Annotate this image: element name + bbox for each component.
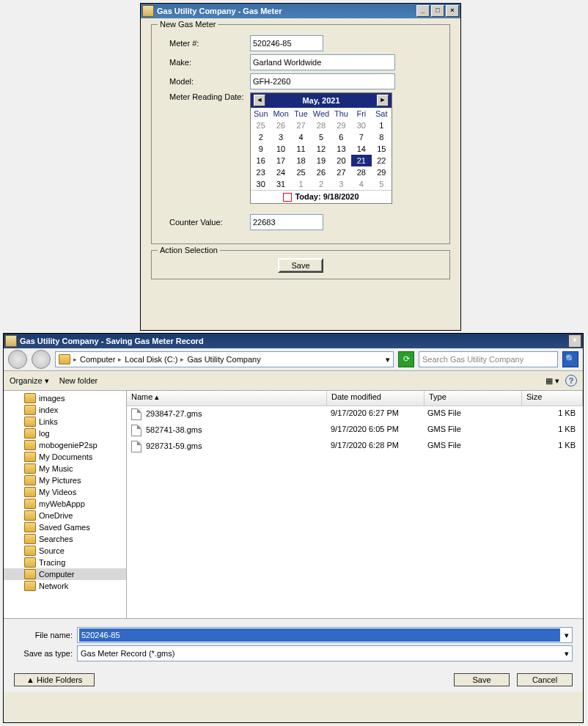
tree-item[interactable]: myWebAppp <box>4 498 126 510</box>
calendar-day[interactable]: 8 <box>372 131 392 143</box>
calendar-day[interactable]: 31 <box>271 178 290 190</box>
calendar-day[interactable]: 26 <box>271 120 290 131</box>
calendar-day[interactable]: 21 <box>351 155 371 166</box>
calendar-day[interactable]: 5 <box>372 178 392 190</box>
forward-button[interactable] <box>32 350 51 369</box>
save-button[interactable]: Save <box>278 258 323 273</box>
calendar-day[interactable]: 28 <box>311 120 331 131</box>
calendar-day[interactable]: 22 <box>372 155 392 166</box>
calendar-day[interactable]: 15 <box>372 143 392 155</box>
tree-item[interactable]: Network <box>4 580 126 592</box>
organize-menu[interactable]: Organize ▾ <box>10 376 49 386</box>
calendar-day[interactable]: 3 <box>331 178 351 190</box>
tree-item[interactable]: Links <box>4 416 126 428</box>
search-input[interactable]: Search Gas Utility Company <box>419 351 558 367</box>
calendar-day[interactable]: 4 <box>351 178 371 190</box>
calendar-day[interactable]: 3 <box>271 131 290 143</box>
calendar-day[interactable]: 1 <box>372 120 392 131</box>
save-button[interactable]: Save <box>454 673 510 686</box>
tree-item[interactable]: Saved Games <box>4 521 126 533</box>
calendar[interactable]: ◄ May, 2021 ► SunMonTueWedThuFriSat 2526… <box>250 92 392 204</box>
calendar-today-row[interactable]: Today: 9/18/2020 <box>251 190 392 203</box>
tree-item[interactable]: My Documents <box>4 451 126 463</box>
filename-dropdown-button[interactable]: ▾ <box>562 631 572 640</box>
tree-item[interactable]: images <box>4 392 126 404</box>
tree-item[interactable]: My Music <box>4 463 126 474</box>
breadcrumb-dropdown-button[interactable]: ▾ <box>386 355 390 364</box>
calendar-day[interactable]: 12 <box>311 143 331 155</box>
folder-tree[interactable]: imagesindexLinkslogmobogenieP2spMy Docum… <box>4 391 127 618</box>
calendar-day[interactable]: 16 <box>251 155 271 166</box>
maximize-button[interactable]: □ <box>431 5 444 17</box>
calendar-day[interactable]: 18 <box>291 155 311 166</box>
breadcrumb[interactable]: ▸Computer▸Local Disk (C:)▸Gas Utility Co… <box>55 351 394 367</box>
titlebar[interactable]: Gas Utility Company - Saving Gas Meter R… <box>4 334 583 348</box>
calendar-day[interactable]: 30 <box>351 120 371 131</box>
minimize-button[interactable]: _ <box>416 5 430 17</box>
calendar-day[interactable]: 2 <box>311 178 331 190</box>
counter-input[interactable] <box>250 214 323 230</box>
calendar-day[interactable]: 27 <box>331 166 351 178</box>
file-row[interactable]: 582741-38.gms9/17/2020 6:05 PMGMS File1 … <box>127 422 583 439</box>
make-input[interactable] <box>250 54 395 70</box>
model-input[interactable] <box>250 73 395 89</box>
calendar-day[interactable]: 30 <box>251 178 271 190</box>
tree-item[interactable]: My Videos <box>4 486 126 498</box>
tree-item[interactable]: My Pictures <box>4 474 126 486</box>
calendar-day[interactable]: 14 <box>351 143 371 155</box>
calendar-day[interactable]: 10 <box>271 143 290 155</box>
calendar-day[interactable]: 27 <box>291 120 311 131</box>
calendar-day[interactable]: 24 <box>271 166 290 178</box>
close-button[interactable]: × <box>446 5 459 17</box>
saveas-select[interactable]: Gas Meter Record (*.gms) <box>81 649 562 658</box>
column-header[interactable]: Date modified <box>327 391 425 406</box>
calendar-day[interactable]: 11 <box>291 143 311 155</box>
tree-item[interactable]: Source <box>4 545 126 557</box>
calendar-day[interactable]: 25 <box>251 120 271 131</box>
calendar-day[interactable]: 29 <box>372 166 392 178</box>
tree-item[interactable]: Computer <box>4 568 126 580</box>
calendar-day[interactable]: 29 <box>331 120 351 131</box>
calendar-day[interactable]: 20 <box>331 155 351 166</box>
calendar-day[interactable]: 6 <box>331 131 351 143</box>
column-header[interactable]: Name ▴ <box>127 391 327 406</box>
tree-item[interactable]: log <box>4 428 126 439</box>
breadcrumb-item[interactable]: Gas Utility Company <box>187 355 260 364</box>
file-row[interactable]: 928731-59.gms9/17/2020 6:28 PMGMS File1 … <box>127 439 583 455</box>
calendar-day[interactable]: 26 <box>311 166 331 178</box>
refresh-button[interactable]: ⟳ <box>398 351 414 367</box>
calendar-day[interactable]: 28 <box>351 166 371 178</box>
calendar-day[interactable]: 13 <box>331 143 351 155</box>
close-button[interactable]: × <box>568 334 581 348</box>
calendar-day[interactable]: 4 <box>291 131 311 143</box>
cancel-button[interactable]: Cancel <box>517 673 573 686</box>
calendar-day[interactable]: 2 <box>251 131 271 143</box>
calendar-day[interactable]: 1 <box>291 178 311 190</box>
search-button[interactable]: 🔍 <box>562 351 578 367</box>
list-header[interactable]: Name ▴Date modifiedTypeSize <box>127 391 583 406</box>
view-button[interactable]: ▦ ▾ <box>545 376 559 386</box>
tree-item[interactable]: Tracing <box>4 557 126 568</box>
column-header[interactable]: Size <box>522 391 583 406</box>
tree-item[interactable]: Searches <box>4 533 126 545</box>
breadcrumb-item[interactable]: Computer <box>80 355 115 364</box>
breadcrumb-item[interactable]: Local Disk (C:) <box>125 355 177 364</box>
help-button[interactable]: ? <box>565 375 577 386</box>
filename-input[interactable] <box>79 628 560 642</box>
hide-folders-button[interactable]: ▲ Hide Folders <box>14 673 95 686</box>
back-button[interactable] <box>8 350 27 369</box>
saveas-dropdown-button[interactable]: ▾ <box>562 649 572 659</box>
meter-number-input[interactable] <box>250 35 323 51</box>
tree-item[interactable]: index <box>4 404 126 416</box>
tree-item[interactable]: mobogenieP2sp <box>4 439 126 451</box>
calendar-day[interactable]: 9 <box>251 143 271 155</box>
tree-item[interactable]: OneDrive <box>4 510 126 521</box>
prev-month-button[interactable]: ◄ <box>254 95 265 106</box>
next-month-button[interactable]: ► <box>377 95 389 106</box>
column-header[interactable]: Type <box>425 391 522 406</box>
calendar-day[interactable]: 19 <box>311 155 331 166</box>
file-row[interactable]: 293847-27.gms9/17/2020 6:27 PMGMS File1 … <box>127 406 583 422</box>
titlebar[interactable]: Gas Utility Company - Gas Meter _ □ × <box>141 4 460 18</box>
calendar-day[interactable]: 17 <box>271 155 290 166</box>
calendar-day[interactable]: 7 <box>351 131 371 143</box>
